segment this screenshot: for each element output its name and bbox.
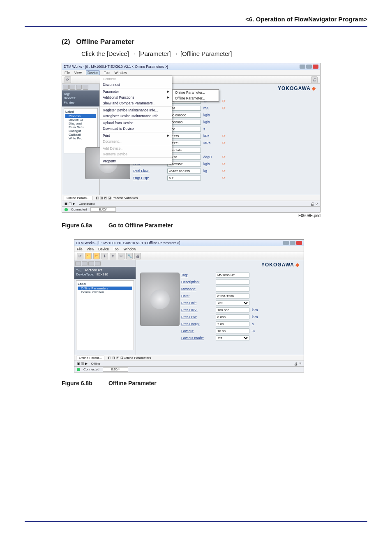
window-max-button[interactable] xyxy=(290,241,295,245)
field-select[interactable]: Off xyxy=(216,335,249,340)
menu-upload[interactable]: Upload from Device xyxy=(100,120,172,126)
menu-file[interactable]: File xyxy=(65,71,70,75)
menu-connect[interactable]: Connect xyxy=(100,76,172,82)
window-max-button[interactable] xyxy=(306,65,312,69)
menu-tool[interactable]: Tool xyxy=(113,247,120,251)
menu-tool[interactable]: Tool xyxy=(104,71,111,75)
toolbar-button[interactable]: 📂 xyxy=(93,253,100,259)
device-menu-dropdown: Connect Disconnect Parameter Additional … xyxy=(100,76,172,164)
menu-device[interactable]: Device xyxy=(86,70,100,75)
menu-view[interactable]: View xyxy=(74,71,82,75)
menu-view[interactable]: View xyxy=(87,247,94,251)
refresh-icon[interactable]: ⟳ xyxy=(222,134,226,138)
nav-tab[interactable] xyxy=(88,261,94,266)
field-value[interactable]: 87.225 xyxy=(167,134,201,139)
menu-register-maint[interactable]: Register Device Maintenance Info... xyxy=(100,107,172,113)
tree-item[interactable]: Diag and xyxy=(65,122,96,125)
field-value[interactable]: 6.265957 xyxy=(167,162,201,166)
print-icon[interactable]: 🖨 xyxy=(134,253,141,259)
menu-document[interactable]: Document... xyxy=(100,139,172,144)
refresh-icon[interactable]: ⟳ xyxy=(222,169,226,173)
tree-item-process[interactable]: Process xyxy=(65,114,96,118)
toolbar-button[interactable]: ⟳ xyxy=(77,253,83,259)
field-value[interactable]: 10.00 xyxy=(216,328,249,333)
menu-remove-device[interactable]: Remove Device xyxy=(100,151,172,157)
status-row: ▣ ◫ ▶Offline 🖨 ? xyxy=(74,361,304,366)
menu-file[interactable]: File xyxy=(77,247,83,251)
tree-item[interactable]: Device St xyxy=(65,118,96,122)
nav-tab[interactable] xyxy=(76,85,82,90)
toolbar-button[interactable]: 📁 xyxy=(85,253,92,259)
field-value[interactable]: 4.94 xyxy=(167,106,201,111)
nav-tab[interactable] xyxy=(75,261,81,266)
field-unit: kg/s xyxy=(203,162,220,166)
field-value[interactable] xyxy=(216,287,249,291)
field-value[interactable]: 0.1771 xyxy=(167,141,201,146)
toolbar-button[interactable]: ⬆ xyxy=(110,253,116,259)
submenu-online-parameter[interactable]: Online Parameter... xyxy=(173,90,219,95)
status-bar: Connected EJC/* xyxy=(74,366,304,372)
menu-device[interactable]: Device xyxy=(98,247,109,251)
nav-tab[interactable] xyxy=(82,261,88,266)
tree-item-offline-params[interactable]: Offline Parameters xyxy=(78,287,132,290)
tree-item-communication[interactable]: Communication xyxy=(78,290,132,294)
nav-tab[interactable] xyxy=(95,261,101,266)
field-value[interactable]: 6.2 xyxy=(167,176,201,180)
refresh-icon[interactable]: ⟳ xyxy=(222,141,226,145)
tree-item[interactable]: Calibrati xyxy=(65,133,96,136)
nav-tab[interactable] xyxy=(83,85,88,90)
tree-item[interactable]: Configur xyxy=(65,129,96,133)
window-title: DTM Works - [0 : MV1000.HT EJX910 V2.1 <… xyxy=(76,241,180,245)
menu-show-compare[interactable]: Show and Compare Parameters... xyxy=(100,100,172,106)
field-value[interactable]: 0.000 xyxy=(216,314,249,319)
field-value[interactable]: 46102.810155 xyxy=(167,169,201,173)
menu-window[interactable]: Window xyxy=(124,247,136,251)
window-close-button[interactable] xyxy=(296,241,302,245)
field-value[interactable]: 0.000000 xyxy=(167,120,201,125)
tree-item[interactable]: Write Pro xyxy=(65,136,96,140)
field-value[interactable]: MV1000.HT xyxy=(216,273,249,278)
menu-window[interactable]: Window xyxy=(115,71,127,75)
submenu-offline-parameter[interactable]: Offline Parameter... xyxy=(173,95,219,101)
window-min-button[interactable] xyxy=(283,241,289,245)
field-label: Description: xyxy=(181,280,213,284)
field-value[interactable] xyxy=(216,280,249,284)
menu-download[interactable]: Download to Device xyxy=(100,126,172,132)
field-value[interactable]: 100.000000 xyxy=(167,113,201,118)
field-value[interactable]: 30.20 xyxy=(167,155,201,160)
nav-tab[interactable] xyxy=(69,85,75,90)
field-value[interactable]: 01/01/1900 xyxy=(216,294,249,298)
figure-number: Figure 6.8a xyxy=(62,222,107,229)
menu-add-device[interactable]: Add Device... xyxy=(100,146,172,151)
nav-tree[interactable]: Label Process Device St Diag and Easy Se… xyxy=(64,108,98,153)
field-value[interactable]: Absolute xyxy=(167,148,201,153)
menu-disconnect[interactable]: Disconnect xyxy=(100,82,172,88)
refresh-icon[interactable]: ⟳ xyxy=(222,155,226,159)
tab-offline-param[interactable]: Offline Param... xyxy=(76,356,104,360)
field-value[interactable]: 6.00 xyxy=(167,127,201,132)
toolbar-button[interactable]: ✂ xyxy=(118,253,125,259)
menu-unregister-maint[interactable]: Unregister Device Maintenance Info xyxy=(100,113,172,119)
menu-print[interactable]: Print xyxy=(100,133,172,139)
menu-parameter[interactable]: Parameter xyxy=(100,89,172,95)
refresh-icon[interactable]: ⟳ xyxy=(222,99,226,103)
window-min-button[interactable] xyxy=(300,65,305,69)
window-close-button[interactable] xyxy=(313,65,318,69)
refresh-icon[interactable]: ⟳ xyxy=(222,106,226,110)
tree-item[interactable]: Easy Setu xyxy=(65,125,96,129)
print-icon[interactable]: 🖨 xyxy=(311,76,318,83)
toolbar-button[interactable]: ⟳ xyxy=(65,76,71,83)
toolbar-button[interactable]: 🔧 xyxy=(126,253,133,259)
field-value[interactable]: 2.00 xyxy=(216,321,249,326)
field-label: Engr Disp: xyxy=(133,176,165,180)
field-select[interactable]: kPa xyxy=(216,301,249,305)
menu-property[interactable]: Property xyxy=(100,158,172,164)
field-value[interactable]: 100.000 xyxy=(216,308,249,312)
tab-online-param[interactable]: Online Param... xyxy=(64,196,92,200)
menu-additional-functions[interactable]: Additional Functions xyxy=(100,95,172,100)
nav-tree[interactable]: Label Offline Parameters Communication xyxy=(76,280,134,350)
refresh-icon[interactable]: ⟳ xyxy=(222,162,226,166)
refresh-icon[interactable]: ⟳ xyxy=(222,176,226,180)
toolbar-button[interactable]: ⬇ xyxy=(101,253,108,259)
nav-tab[interactable] xyxy=(63,85,69,90)
